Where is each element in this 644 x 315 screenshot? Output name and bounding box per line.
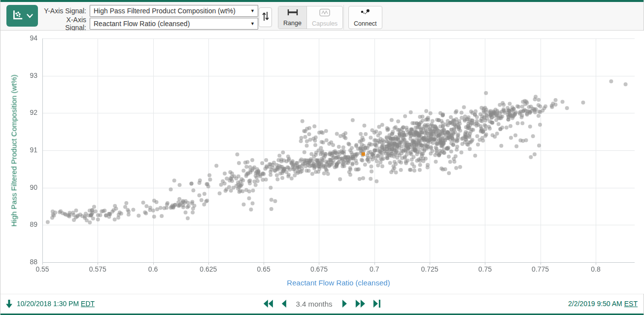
x-axis-signal-select[interactable]: Reactant Flow Ratio (cleansed) ▼ [90, 18, 258, 30]
x-tick-label: 0.8 [591, 265, 600, 273]
range-button[interactable]: Range [278, 6, 307, 29]
investigate-range-arrow-icon [5, 299, 13, 309]
toolbar: Y-Axis Signal: High Pass Filtered Produc… [0, 2, 644, 31]
y-tick-label: 90 [0, 183, 37, 191]
x-tick-label: 0.75 [478, 265, 492, 273]
toolbar-divider [343, 5, 344, 30]
dropdown-caret-icon: ▼ [250, 22, 255, 26]
time-range-footer: 10/20/2018 1:30 PMEDT 3.4 months 2/2/201… [0, 294, 644, 313]
x-tick-label: 0.675 [310, 265, 328, 273]
y-tick-label: 93 [0, 71, 37, 79]
chart-type-button[interactable] [6, 5, 38, 27]
x-tick-label: 0.725 [421, 265, 439, 273]
y-axis-signal-value: High Pass Filtered Product Composition (… [94, 7, 236, 15]
y-axis-signal-select[interactable]: High Pass Filtered Product Composition (… [90, 5, 258, 17]
x-tick-label: 0.625 [200, 265, 217, 273]
swap-axes-icon [262, 11, 270, 24]
scatter-chart: High Pass Filtered Product Composition (… [0, 31, 644, 294]
y-tick-label: 91 [0, 146, 37, 154]
range-button-label: Range [283, 20, 302, 27]
chevron-down-icon [27, 11, 33, 20]
step-back-button[interactable] [280, 300, 287, 308]
workbench-window: Y-Axis Signal: High Pass Filtered Produc… [0, 0, 644, 315]
connect-button[interactable]: Connect [348, 6, 382, 29]
y-tick-label: 94 [0, 34, 37, 42]
swap-axes-button[interactable] [259, 7, 272, 27]
range-icon [286, 8, 299, 18]
x-tick-label: 0.55 [35, 265, 49, 273]
x-axis-signal-value: Reactant Flow Ratio (cleansed) [94, 20, 190, 28]
range-navigation: 3.4 months [263, 294, 381, 313]
y-tick-label: 92 [0, 108, 37, 116]
scatter-plot-icon [11, 8, 24, 23]
start-timezone-link: EDT [81, 300, 95, 308]
range-end-datetime[interactable]: 2/2/2019 9:50 AMEST [568, 300, 638, 308]
scatter-plot-canvas[interactable] [0, 31, 644, 294]
y-axis-signal-label: Y-Axis Signal: [44, 7, 86, 15]
dropdown-caret-icon: ▼ [250, 9, 255, 13]
end-timezone-link: EST [624, 300, 638, 308]
range-start-datetime[interactable]: 10/20/2018 1:30 PMEDT [17, 300, 95, 308]
x-axis-title: Reactant Flow Ratio (cleansed) [287, 279, 390, 287]
x-tick-label: 0.6 [148, 265, 158, 273]
step-forward-fast-button[interactable] [355, 300, 366, 308]
y-tick-label: 89 [0, 220, 37, 228]
x-tick-label: 0.775 [532, 265, 549, 273]
y-tick-label: 88 [0, 258, 37, 266]
axis-signal-selectors: Y-Axis Signal: High Pass Filtered Produc… [44, 4, 258, 30]
capsules-button[interactable]: Capsules [307, 6, 342, 29]
capsules-icon [319, 8, 331, 19]
x-tick-label: 0.575 [89, 265, 106, 273]
x-tick-label: 0.7 [370, 265, 379, 273]
range-capsules-toggle: Range Capsules [278, 6, 343, 29]
connect-button-label: Connect [354, 20, 377, 27]
step-to-end-button[interactable] [373, 300, 381, 308]
capsules-button-label: Capsules [312, 20, 338, 27]
step-back-fast-button[interactable] [263, 300, 273, 308]
x-axis-signal-label: X-Axis Signal: [44, 16, 86, 32]
connect-icon [359, 8, 371, 19]
step-forward-button[interactable] [341, 300, 348, 308]
range-duration-label[interactable]: 3.4 months [294, 300, 334, 308]
x-tick-label: 0.65 [257, 265, 271, 273]
